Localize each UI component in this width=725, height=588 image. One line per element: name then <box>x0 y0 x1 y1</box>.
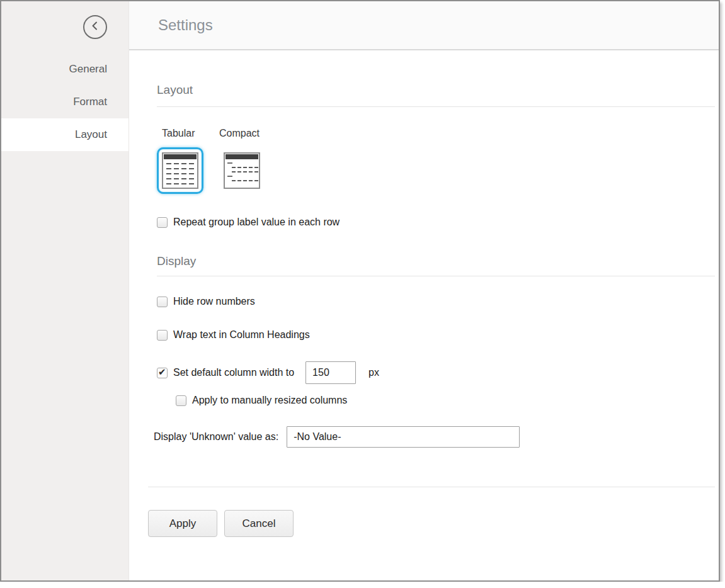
sidebar-item-label: Format <box>73 96 107 108</box>
chevron-left-icon <box>89 20 101 34</box>
px-unit-label: px <box>368 367 379 378</box>
sidebar-item-format[interactable]: Format <box>1 86 128 118</box>
unknown-value-input[interactable] <box>287 426 520 448</box>
layout-option-labels: Tabular Compact <box>157 128 715 139</box>
wrap-headings-text: Wrap text in Column Headings <box>173 329 310 341</box>
hide-row-numbers-checkbox[interactable] <box>157 297 168 307</box>
default-column-width-row: Set default column width to px <box>157 361 715 384</box>
tabular-option-label: Tabular <box>157 128 217 139</box>
layout-section-heading: Layout <box>157 83 715 97</box>
sidebar-item-label: General <box>69 63 107 76</box>
layout-option-row <box>157 147 715 194</box>
settings-header: Settings <box>129 1 719 50</box>
page-title: Settings <box>158 16 213 34</box>
back-button[interactable] <box>83 15 107 39</box>
table-header-bar <box>225 154 258 159</box>
hide-row-numbers-row: Hide row numbers <box>157 296 715 307</box>
sidebar-item-general[interactable]: General <box>1 53 128 86</box>
default-column-width-text: Set default column width to <box>173 367 294 378</box>
unknown-value-row: Display 'Unknown' value as: <box>154 426 715 448</box>
compact-option[interactable] <box>219 147 265 194</box>
display-section-heading: Display <box>157 254 715 268</box>
settings-content: Layout Tabular Compact <box>129 50 719 580</box>
wrap-headings-checkbox[interactable] <box>157 330 168 341</box>
sidebar-item-label: Layout <box>75 128 107 141</box>
table-header-bar <box>164 154 197 159</box>
cancel-button[interactable]: Cancel <box>224 510 294 537</box>
apply-resized-columns-text: Apply to manually resized columns <box>192 395 347 406</box>
apply-resized-columns-checkbox[interactable] <box>176 395 186 406</box>
footer-actions: Apply Cancel <box>148 510 715 537</box>
settings-sidebar: General Format Layout <box>1 1 128 580</box>
compact-table-icon <box>224 152 260 189</box>
repeat-group-label-checkbox[interactable] <box>157 217 168 228</box>
settings-window: General Format Layout Settings Layout Ta… <box>0 0 720 582</box>
layout-section-divider <box>157 106 715 107</box>
settings-main-panel: Settings Layout Tabular Compact <box>128 1 719 580</box>
tabular-option[interactable] <box>157 147 203 194</box>
footer-divider <box>148 487 715 487</box>
apply-button[interactable]: Apply <box>148 510 217 537</box>
tabular-table-icon <box>162 152 198 189</box>
compact-option-label: Compact <box>217 128 260 139</box>
sidebar-item-layout[interactable]: Layout <box>1 118 128 151</box>
repeat-group-label-row: Repeat group label value in each row <box>157 217 715 228</box>
back-button-area <box>1 1 128 53</box>
unknown-value-label: Display 'Unknown' value as: <box>154 431 278 443</box>
default-column-width-checkbox[interactable] <box>157 368 168 378</box>
default-column-width-input[interactable] <box>305 361 356 384</box>
hide-row-numbers-text: Hide row numbers <box>173 296 255 307</box>
repeat-group-label-text: Repeat group label value in each row <box>173 217 340 228</box>
wrap-headings-row: Wrap text in Column Headings <box>157 329 715 341</box>
apply-resized-columns-row: Apply to manually resized columns <box>176 395 715 406</box>
display-section-divider <box>157 276 715 276</box>
